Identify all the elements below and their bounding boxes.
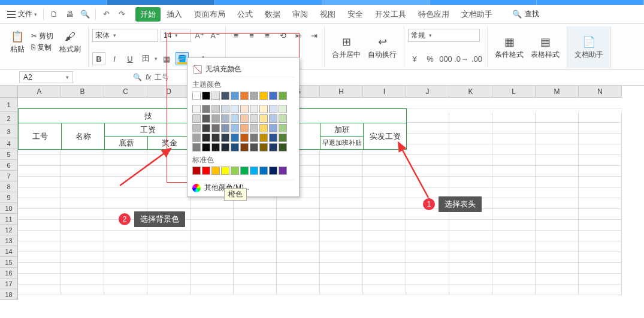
color-swatch[interactable] xyxy=(221,105,229,113)
color-swatch[interactable] xyxy=(269,166,277,175)
col-header[interactable]: I xyxy=(363,86,406,98)
color-swatch[interactable] xyxy=(202,124,210,132)
row-header[interactable]: 8 xyxy=(0,181,18,192)
font-size-select[interactable]: 14▾ xyxy=(161,29,191,42)
cut-button[interactable]: ✂剪切 xyxy=(31,31,53,41)
color-swatch[interactable] xyxy=(269,143,277,152)
color-swatch[interactable] xyxy=(250,143,258,152)
underline-button[interactable]: U xyxy=(123,52,137,65)
color-swatch[interactable] xyxy=(192,114,201,123)
bold-button[interactable]: B xyxy=(92,52,105,65)
save-icon[interactable]: 🗋 xyxy=(49,10,59,19)
dec-decimal-icon[interactable]: .00 xyxy=(470,52,483,65)
no-fill-option[interactable]: 无填充颜色 xyxy=(192,62,294,77)
col-header[interactable]: K xyxy=(449,86,492,98)
percent-icon[interactable]: % xyxy=(424,52,437,65)
color-swatch[interactable] xyxy=(250,124,258,132)
tab-data[interactable]: 数据 xyxy=(259,5,286,23)
color-swatch[interactable] xyxy=(250,166,258,175)
tab-insert[interactable]: 插入 xyxy=(161,5,188,23)
color-swatch[interactable] xyxy=(211,114,220,123)
align-top-icon[interactable]: ≡ xyxy=(229,29,243,42)
row-header[interactable]: 15 xyxy=(0,257,18,268)
color-swatch[interactable] xyxy=(221,114,229,123)
color-swatch[interactable] xyxy=(202,92,210,100)
color-swatch[interactable] xyxy=(279,114,287,123)
row-header[interactable]: 2 xyxy=(0,112,18,125)
preview-icon[interactable]: 🔍 xyxy=(80,10,90,19)
color-swatch[interactable] xyxy=(231,92,239,100)
name-box[interactable]: A2▾ xyxy=(19,71,73,83)
tab-review[interactable]: 审阅 xyxy=(286,5,314,23)
tab-dev[interactable]: 开发工具 xyxy=(369,5,412,23)
orientation-icon[interactable]: ⟲ xyxy=(276,29,289,42)
cell-fill-icon[interactable]: ▦ xyxy=(160,52,173,65)
color-swatch[interactable] xyxy=(221,92,229,100)
color-swatch[interactable] xyxy=(231,124,239,132)
row-header[interactable]: 4 xyxy=(0,138,18,149)
color-swatch[interactable] xyxy=(240,124,249,132)
row-header[interactable]: 10 xyxy=(0,203,18,214)
color-swatch[interactable] xyxy=(269,92,277,100)
table-cell[interactable]: 早退加班补贴 xyxy=(321,137,364,150)
tab-layout[interactable]: 页面布局 xyxy=(188,5,231,23)
zoom-fx-icon[interactable]: 🔍 xyxy=(133,73,142,81)
color-swatch[interactable] xyxy=(211,105,220,113)
col-header[interactable]: A xyxy=(18,86,61,98)
color-swatch[interactable] xyxy=(211,143,220,152)
row-header[interactable]: 14 xyxy=(0,246,18,257)
color-swatch[interactable] xyxy=(202,105,210,113)
color-swatch[interactable] xyxy=(240,134,249,142)
color-swatch[interactable] xyxy=(202,143,210,152)
tab-dochelper[interactable]: 文档助手 xyxy=(455,5,498,23)
color-swatch[interactable] xyxy=(221,124,229,132)
color-swatch[interactable] xyxy=(279,134,287,142)
color-swatch[interactable] xyxy=(211,134,220,142)
color-swatch[interactable] xyxy=(259,114,268,123)
col-header[interactable]: L xyxy=(492,86,536,98)
inc-decimal-icon[interactable]: .0→ xyxy=(455,52,468,65)
color-swatch[interactable] xyxy=(259,166,268,175)
color-swatch[interactable] xyxy=(240,92,249,100)
chevron-down-icon[interactable]: ▾ xyxy=(155,56,158,62)
color-swatch[interactable] xyxy=(250,92,258,100)
font-name-select[interactable]: 宋体▾ xyxy=(92,29,158,42)
doc-helper-button[interactable]: 📄文档助手 xyxy=(571,33,607,61)
color-swatch[interactable] xyxy=(192,124,201,132)
increase-font-icon[interactable]: A⁺ xyxy=(193,29,206,42)
table-cell[interactable]: 工资 xyxy=(105,123,191,137)
tab-home[interactable]: 开始 xyxy=(135,7,161,22)
color-swatch[interactable] xyxy=(279,143,287,152)
row-header[interactable]: 6 xyxy=(0,160,18,171)
color-swatch[interactable] xyxy=(279,92,287,100)
print-icon[interactable]: 🖶 xyxy=(65,10,74,19)
col-header[interactable]: B xyxy=(61,86,104,98)
tab-view[interactable]: 视图 xyxy=(314,5,341,23)
number-format-select[interactable]: 常规▾ xyxy=(408,29,480,42)
color-swatch[interactable] xyxy=(250,134,258,142)
color-swatch[interactable] xyxy=(259,124,268,132)
undo-icon[interactable]: ↶ xyxy=(101,10,111,19)
color-swatch[interactable] xyxy=(279,166,287,175)
color-swatch[interactable] xyxy=(240,114,249,123)
color-swatch[interactable] xyxy=(192,166,201,175)
color-swatch[interactable] xyxy=(192,92,201,100)
col-header[interactable]: C xyxy=(104,86,147,98)
copy-button[interactable]: ⎘复制 xyxy=(31,43,53,53)
paste-button[interactable]: 📋粘贴 xyxy=(6,28,29,56)
color-swatch[interactable] xyxy=(250,114,258,123)
color-swatch[interactable] xyxy=(231,105,239,113)
row-header[interactable]: 16 xyxy=(0,268,18,278)
row-header[interactable]: 3 xyxy=(0,125,18,138)
col-header[interactable]: N xyxy=(579,86,622,98)
color-swatch[interactable] xyxy=(221,143,229,152)
color-swatch[interactable] xyxy=(269,134,277,142)
col-header[interactable]: J xyxy=(406,86,449,98)
color-swatch[interactable] xyxy=(192,143,201,152)
color-swatch[interactable] xyxy=(259,134,268,142)
indent-left-icon[interactable]: ⇤ xyxy=(292,29,305,42)
indent-right-icon[interactable]: ⇥ xyxy=(307,29,321,42)
color-swatch[interactable] xyxy=(231,134,239,142)
color-swatch[interactable] xyxy=(240,143,249,152)
wrap-button[interactable]: ↩自动换行 xyxy=(364,33,400,61)
